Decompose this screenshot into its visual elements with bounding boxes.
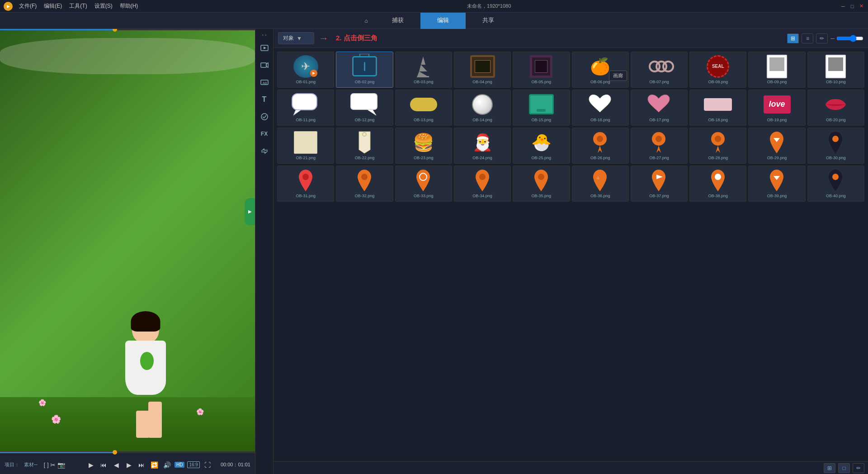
asset-item-ob02[interactable]: OB-02.png (336, 52, 393, 88)
asset-name: OB-39.png (750, 194, 804, 198)
step-back-button[interactable]: ◀ (111, 460, 121, 470)
asset-item-ob28[interactable]: OB-28.png (689, 128, 746, 164)
prev-frame-button[interactable]: ⏮ (99, 460, 108, 470)
sidebar-video-icon[interactable] (257, 57, 272, 73)
asset-item-ob23[interactable]: 🍔 OB-23.png (395, 128, 452, 164)
grid-view-button[interactable]: ⊞ (787, 33, 799, 43)
snapshot-icon[interactable]: 📷 (57, 461, 65, 469)
scrubber-thumb[interactable] (113, 450, 117, 455)
svg-point-33 (832, 174, 839, 180)
asset-item-ob11[interactable]: OB-11.png (277, 90, 334, 126)
asset-item-ob07[interactable]: OB-07.png (631, 52, 688, 88)
asset-item-ob14[interactable]: OB-14.png (454, 90, 511, 126)
asset-item-ob32[interactable]: OB-32.png (336, 166, 393, 202)
asset-item-ob27[interactable]: OB-27.png (631, 128, 688, 164)
asset-item-ob24[interactable]: 🎅 OB-24.png (454, 128, 511, 164)
asset-item-ob20[interactable]: OB-20.png (807, 90, 864, 126)
category-dropdown[interactable]: 对象 ▼ (278, 32, 314, 44)
menu-help[interactable]: 帮助(H) (120, 2, 138, 10)
timeline-scrubber[interactable] (0, 452, 255, 453)
asset-item-ob39[interactable]: OB-39.png (748, 166, 805, 202)
loop-button[interactable]: 🔁 (149, 460, 159, 470)
asset-item-ob10[interactable]: OB-10.png (807, 52, 864, 88)
tab-share[interactable]: 共享 (466, 13, 511, 29)
sidebar-fx-icon[interactable]: FX (257, 126, 272, 142)
asset-item-ob12[interactable]: OB-12.png (336, 90, 393, 126)
asset-item-ob18[interactable]: OB-18.png (689, 90, 746, 126)
playback-controls: ▶ ⏮ ◀ ▶ ⏭ 🔁 🔊 HD 16:9 ⛶ (86, 460, 212, 470)
asset-item-ob37[interactable]: OB-37.png (631, 166, 688, 202)
asset-item-ob30[interactable]: OB-30.png (807, 128, 864, 164)
volume-button[interactable]: 🔊 (162, 460, 172, 470)
sidebar-transition-icon[interactable] (257, 143, 272, 159)
asset-thumb (290, 168, 321, 193)
asset-item-ob16[interactable]: OB-16.png (572, 90, 629, 126)
menu-edit[interactable]: 编辑(E) (44, 2, 62, 10)
asset-item-ob09[interactable]: OB-09.png (748, 52, 805, 88)
menu-settings[interactable]: 设置(S) (94, 2, 113, 10)
asset-item-ob38[interactable]: OB-38.png (689, 166, 746, 202)
asset-item-ob33[interactable]: OB-33.png (395, 166, 452, 202)
asset-item-ob04[interactable]: OB-04.png (454, 52, 511, 88)
asset-name: OB-01.png (278, 80, 333, 84)
hd-badge[interactable]: HD (175, 462, 184, 468)
scissors-icon[interactable]: ✂ (50, 461, 56, 469)
list-view-button[interactable]: ≡ (802, 33, 813, 43)
bracket-close[interactable]: ] (47, 462, 48, 468)
sidebar-effects-icon[interactable] (257, 109, 272, 124)
asset-item-ob17[interactable]: OB-17.png (631, 90, 688, 126)
asset-item-ob22[interactable]: OB-22.png (336, 128, 393, 164)
home-button[interactable]: ⌂ (357, 13, 375, 29)
bracket-open[interactable]: [ (44, 462, 45, 468)
asset-item-ob26[interactable]: OB-26.png (572, 128, 629, 164)
asset-item-ob21[interactable]: OB-21.png (277, 128, 334, 164)
play-button[interactable]: ▶ (86, 460, 96, 470)
asset-action-1[interactable]: ⊞ (824, 463, 835, 473)
asset-item-ob29[interactable]: OB-29.png (748, 128, 805, 164)
asset-item-ob31[interactable]: OB-31.png (277, 166, 334, 202)
clip-info: 项目： (5, 461, 19, 468)
asset-thumb: SEAL (702, 54, 734, 79)
asset-name: OB-25.png (514, 156, 568, 160)
asset-item-ob19[interactable]: love OB-19.png (748, 90, 805, 126)
tab-capture[interactable]: 捕获 (375, 13, 420, 29)
asset-thumb (643, 168, 675, 193)
asset-item-ob08[interactable]: SEAL OB-08.png (689, 52, 746, 88)
minimize-button[interactable]: ─ (840, 3, 846, 9)
zoom-slider[interactable]: ─ (830, 35, 863, 42)
asset-thumb (525, 54, 557, 79)
asset-thumb (761, 54, 793, 79)
asset-name: OB-20.png (809, 118, 863, 122)
sidebar-text-overlay-icon[interactable]: AB (257, 75, 272, 90)
progress-bar[interactable] (0, 29, 255, 30)
asset-item-ob13[interactable]: OB-13.png (395, 90, 452, 126)
expand-panel-button[interactable]: ▶ (245, 198, 255, 225)
maximize-button[interactable]: □ (849, 3, 855, 9)
tab-edit[interactable]: 编辑 (420, 13, 466, 29)
menu-file[interactable]: 文件(F) (19, 2, 37, 10)
asset-item-ob15[interactable]: OB-15.png (513, 90, 570, 126)
step-forward-button[interactable]: ▶ (124, 460, 134, 470)
asset-item-ob40[interactable]: OB-40.png (807, 166, 864, 202)
asset-thumb: 🎅 (467, 130, 498, 155)
asset-item-ob25[interactable]: 🐣 OB-25.png (513, 128, 570, 164)
menu-tools[interactable]: 工具(T) (69, 2, 87, 10)
asset-item-ob06[interactable]: 🍊 OB-06.png (572, 52, 629, 88)
asset-item-ob05[interactable]: OB-05.png (513, 52, 570, 88)
asset-action-3[interactable]: ✏ (853, 463, 864, 473)
svg-point-26 (420, 173, 427, 180)
asset-item-ob35[interactable]: OB-35.png (513, 166, 570, 202)
asset-item-ob34[interactable]: OB-34.png (454, 166, 511, 202)
asset-item-ob03[interactable]: OB-03.png (395, 52, 452, 88)
asset-item-ob36[interactable]: ⌂ OB-36.png (572, 166, 629, 202)
zoom-range-input[interactable] (836, 35, 863, 42)
close-button[interactable]: ✕ (858, 3, 864, 9)
next-frame-button[interactable]: ⏭ (137, 460, 146, 470)
asset-action-2[interactable]: □ (838, 463, 850, 473)
sidebar-media-icon[interactable] (257, 40, 272, 56)
asset-item-ob01[interactable]: ✈ ▶ OB-01.png (277, 52, 334, 88)
fullscreen-button[interactable]: ⛶ (203, 460, 212, 470)
asset-thumb (643, 130, 675, 155)
edit-view-button[interactable]: ✏ (816, 33, 828, 43)
sidebar-title-icon[interactable]: T (257, 92, 272, 107)
